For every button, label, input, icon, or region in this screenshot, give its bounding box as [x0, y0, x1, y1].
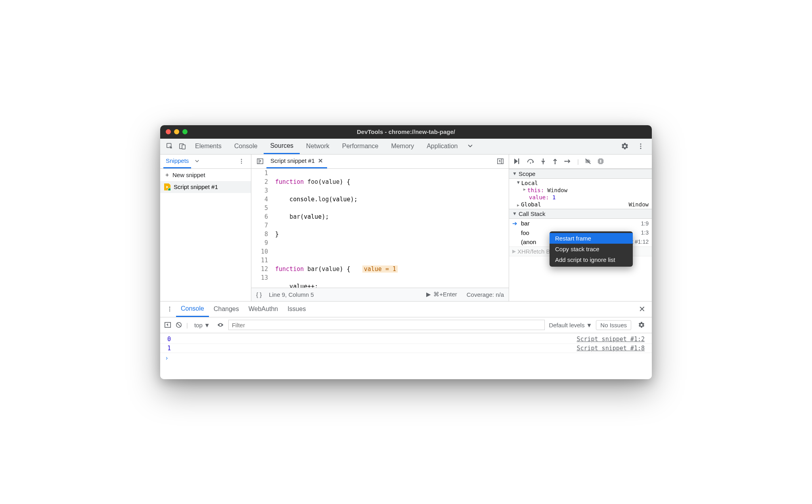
scope-label: Scope	[519, 170, 536, 177]
context-copy-stack-trace[interactable]: Copy stack trace	[550, 244, 633, 254]
file-tab[interactable]: Script snippet #1 ✕	[266, 154, 327, 168]
step-icon[interactable]	[564, 158, 572, 165]
window-title: DevTools - chrome://new-tab-page/	[160, 128, 652, 135]
run-shortcut: ⌘+Enter	[433, 291, 457, 298]
current-frame-arrow-icon: ➔	[512, 220, 518, 227]
svg-rect-10	[498, 159, 503, 164]
stack-frame-bar[interactable]: ➔ bar 1:9	[509, 219, 652, 228]
console-log-row[interactable]: 0 Script snippet #1:2	[160, 335, 652, 344]
svg-point-19	[169, 311, 170, 312]
tab-sources[interactable]: Sources	[264, 138, 300, 154]
disclosure-triangle-icon	[512, 211, 517, 216]
debugger-pane: | Scope Local this: Window	[509, 155, 652, 301]
traffic-lights	[160, 129, 193, 134]
kebab-menu-icon[interactable]	[634, 140, 647, 153]
settings-icon[interactable]	[619, 140, 631, 153]
tab-application[interactable]: Application	[420, 138, 464, 154]
callstack-section-header[interactable]: Call Stack	[509, 209, 652, 219]
device-toolbar-icon[interactable]	[176, 140, 189, 153]
log-source-link[interactable]: Script snippet #1:2	[576, 336, 645, 343]
tab-memory[interactable]: Memory	[385, 138, 420, 154]
svg-point-12	[530, 162, 531, 164]
drawer-kebab-icon[interactable]	[163, 303, 176, 315]
drawer-tab-issues[interactable]: Issues	[283, 301, 310, 317]
toggle-navigator-icon[interactable]	[254, 155, 266, 168]
scope-global-row[interactable]: Global Window	[509, 201, 652, 208]
drawer-tab-console[interactable]: Console	[176, 301, 209, 317]
maximize-window-button[interactable]	[182, 129, 188, 134]
run-snippet-button[interactable]: ▶	[426, 291, 431, 298]
svg-point-4	[640, 145, 641, 147]
svg-point-5	[640, 148, 641, 149]
drawer: Console Changes WebAuthn Issues ✕ | top …	[160, 301, 652, 379]
context-selector[interactable]: top ▼	[192, 321, 213, 329]
sidebar-tab-snippets[interactable]: Snippets	[163, 154, 191, 168]
console-sidebar-toggle-icon[interactable]	[164, 321, 171, 328]
more-tabs-icon[interactable]	[464, 140, 477, 153]
console-prompt[interactable]: ›	[160, 353, 652, 363]
tab-console[interactable]: Console	[228, 138, 264, 154]
svg-point-18	[169, 309, 170, 310]
close-window-button[interactable]	[166, 129, 171, 134]
close-drawer-icon[interactable]: ✕	[636, 304, 649, 314]
step-into-icon[interactable]	[540, 158, 546, 165]
svg-rect-16	[600, 160, 601, 162]
step-out-icon[interactable]	[552, 158, 558, 165]
tab-performance[interactable]: Performance	[336, 138, 385, 154]
code-body[interactable]: function foo(value) { console.log(value)…	[274, 169, 509, 288]
disclosure-triangle-icon	[512, 248, 516, 254]
top-tabbar: Elements Console Sources Network Perform…	[160, 139, 652, 155]
tab-elements[interactable]: Elements	[189, 138, 228, 154]
svg-point-3	[640, 143, 641, 145]
clear-console-icon[interactable]	[175, 321, 182, 328]
pause-on-exceptions-icon[interactable]	[597, 158, 604, 165]
titlebar: DevTools - chrome://new-tab-page/	[160, 125, 652, 139]
snippet-item[interactable]: Script snippet #1	[160, 181, 251, 193]
svg-point-8	[241, 163, 242, 164]
console-log-row[interactable]: 1 Script snippet #1:8	[160, 344, 652, 353]
snippet-item-label: Script snippet #1	[174, 183, 218, 190]
scope-var-value[interactable]: value: 1	[509, 194, 652, 201]
no-issues-button[interactable]: No Issues	[596, 320, 631, 330]
sidebar-more-tabs-icon[interactable]	[191, 158, 203, 164]
line-gutter: 1 2 3 4 5 6 7 8 9 10 11 12 13	[251, 169, 274, 288]
svg-point-14	[554, 163, 555, 164]
editor-pane: Script snippet #1 ✕ 1 2 3 4 5 6 7 8 9	[251, 155, 509, 301]
sidebar-kebab-icon[interactable]	[235, 155, 248, 168]
scope-var-this[interactable]: this: Window	[509, 187, 652, 194]
drawer-tab-changes[interactable]: Changes	[209, 301, 244, 317]
callstack-label: Call Stack	[519, 210, 546, 217]
context-ignore-list[interactable]: Add script to ignore list	[550, 254, 633, 265]
tab-network[interactable]: Network	[300, 138, 336, 154]
code-editor[interactable]: 1 2 3 4 5 6 7 8 9 10 11 12 13 function f…	[251, 169, 509, 288]
toggle-debugger-icon[interactable]	[494, 158, 506, 165]
scope-section-header[interactable]: Scope	[509, 169, 652, 179]
context-menu: Restart frame Copy stack trace Add scrip…	[550, 231, 633, 267]
console-output: 0 Script snippet #1:2 1 Script snippet #…	[160, 333, 652, 379]
minimize-window-button[interactable]	[174, 129, 179, 134]
log-source-link[interactable]: Script snippet #1:8	[576, 345, 645, 352]
close-file-tab-icon[interactable]: ✕	[318, 157, 323, 164]
editor-statusbar: { } Line 9, Column 5 ▶ ⌘+Enter Coverage:…	[251, 288, 509, 301]
context-restart-frame[interactable]: Restart frame	[550, 233, 633, 244]
inline-value-hint: value = 1	[362, 265, 398, 273]
console-settings-icon[interactable]	[635, 319, 648, 331]
live-expression-icon[interactable]	[216, 322, 224, 328]
svg-point-15	[564, 160, 565, 162]
new-snippet-label: New snippet	[172, 172, 205, 178]
filter-input[interactable]	[228, 320, 545, 330]
sources-sidebar: Snippets ＋ New snippet Script snippet #1	[160, 155, 251, 301]
svg-point-6	[241, 159, 242, 160]
log-levels-selector[interactable]: Default levels ▼	[549, 322, 592, 328]
inspect-element-icon[interactable]	[163, 140, 176, 153]
resume-button[interactable]	[513, 158, 521, 165]
step-over-icon[interactable]	[527, 158, 534, 165]
scope-local-row[interactable]: Local	[509, 179, 652, 187]
braces-icon[interactable]: { }	[256, 291, 262, 298]
deactivate-breakpoints-icon[interactable]	[584, 158, 592, 165]
cursor-position: Line 9, Column 5	[269, 291, 314, 298]
new-snippet-button[interactable]: ＋ New snippet	[160, 169, 251, 181]
svg-point-7	[241, 161, 242, 162]
svg-point-13	[542, 163, 544, 164]
drawer-tab-webauthn[interactable]: WebAuthn	[244, 301, 283, 317]
